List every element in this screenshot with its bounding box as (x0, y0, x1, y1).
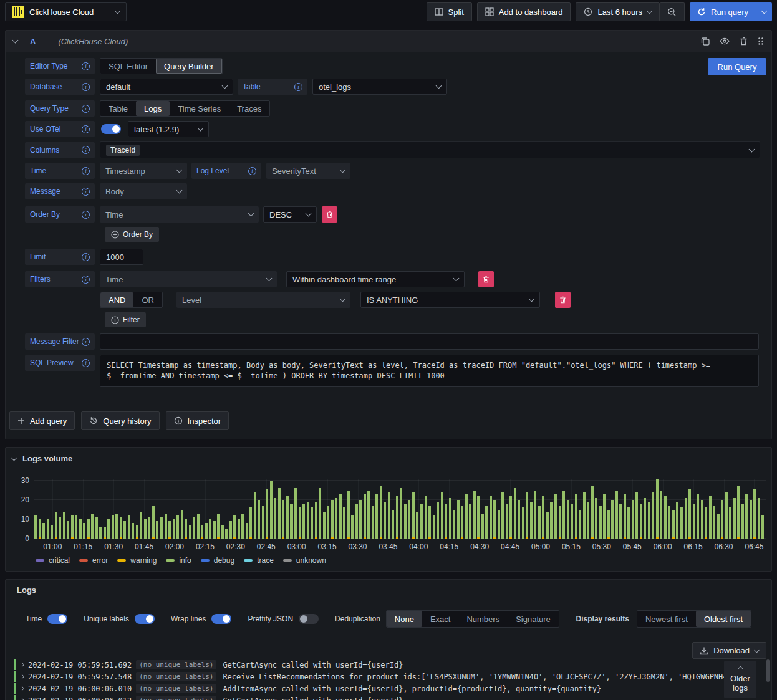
option-time-series[interactable]: Time Series (170, 101, 229, 116)
query-history-button[interactable]: Query history (81, 411, 159, 430)
log-row[interactable]: 2024-02-19 06:00:06.010(no unique labels… (9, 683, 761, 694)
legend-item[interactable]: warning (117, 556, 157, 565)
volume-bar (364, 494, 366, 539)
toggle-visibility-eye-icon[interactable] (720, 37, 730, 45)
legend-item[interactable]: unknown (283, 556, 326, 565)
volume-bar (713, 506, 715, 539)
panel-collapse-icon[interactable] (11, 454, 17, 461)
logs-scrollbar[interactable] (766, 659, 770, 682)
option-traces[interactable]: Traces (229, 101, 269, 116)
download-button[interactable]: Download (692, 642, 766, 659)
option-or[interactable]: OR (133, 292, 162, 307)
otel-version-select[interactable]: latest (1.2.9) (128, 121, 209, 137)
wrap-lines-toggle[interactable] (211, 614, 231, 624)
order-by-field-select[interactable]: Time (100, 206, 259, 223)
legend-item[interactable]: critical (36, 556, 70, 565)
plus-circle-icon (111, 231, 119, 239)
datasource-picker[interactable]: ClickHouse Cloud (5, 2, 127, 21)
collapse-chevron-icon[interactable] (12, 37, 19, 44)
gridline (541, 479, 541, 539)
database-select[interactable]: default (100, 79, 233, 95)
delete-query-trash-icon[interactable] (740, 37, 748, 46)
legend-item[interactable]: debug (201, 556, 234, 565)
log-row[interactable]: 2024-02-19 06:00:06.012(no unique labels… (9, 695, 761, 700)
add-filter-button[interactable]: Filter (105, 312, 146, 327)
volume-bar (493, 500, 496, 539)
add-query-button[interactable]: Add query (9, 411, 75, 430)
option-none[interactable]: None (387, 611, 422, 627)
volume-bar (534, 491, 536, 539)
volume-bar (233, 515, 236, 539)
time-toggle[interactable] (47, 614, 67, 624)
filter-field-select[interactable]: Time (100, 271, 277, 287)
legend-item[interactable]: info (166, 556, 191, 565)
duplicate-query-icon[interactable] (701, 37, 710, 46)
top-toolbar: ClickHouse Cloud Split Add to dashboard … (0, 0, 777, 24)
log-labels-chip: (no unique labels) (136, 660, 216, 669)
remove-filter-button[interactable] (478, 271, 494, 287)
run-query-button[interactable]: Run query (690, 2, 772, 21)
run-query-options-caret[interactable] (756, 2, 772, 21)
volume-bar (652, 492, 654, 539)
zoom-out-button[interactable] (660, 2, 685, 21)
x-tick-label: 02:30 (226, 542, 245, 551)
order-direction-select[interactable]: DESC (263, 206, 317, 223)
filter-level-field-select[interactable]: Level (176, 292, 350, 308)
drag-handle-icon[interactable] (758, 37, 764, 46)
prettify-json-toggle[interactable] (299, 614, 319, 624)
option-query-builder[interactable]: Query Builder (156, 59, 221, 74)
volume-bar (165, 514, 167, 539)
filter-operator-select[interactable]: Within dashboard time range (286, 271, 465, 287)
log-row[interactable]: 2024-02-19 05:59:57.548(no unique labels… (9, 671, 761, 682)
legend-item[interactable]: trace (244, 556, 274, 565)
message-filter-input[interactable] (100, 333, 759, 350)
remove-level-filter-button[interactable] (555, 292, 571, 308)
column-tag-traceid[interactable]: TraceId (106, 145, 140, 156)
log-row[interactable]: 2024-02-19 05:59:51.692(no unique labels… (9, 659, 761, 670)
expand-chevron-icon[interactable] (20, 674, 24, 679)
limit-input[interactable]: 1000 (100, 249, 143, 265)
option-exact[interactable]: Exact (422, 611, 459, 627)
option-newest-first[interactable]: Newest first (637, 611, 696, 627)
run-query-main[interactable]: Run query (690, 2, 756, 21)
time-column-select[interactable]: Timestamp (100, 163, 187, 179)
option-logs[interactable]: Logs (136, 101, 170, 116)
time-range-picker[interactable]: Last 6 hours (576, 2, 660, 21)
logs-volume-header[interactable]: Logs volume (6, 448, 771, 463)
split-button[interactable]: Split (427, 2, 472, 21)
use-otel-toggle[interactable] (101, 124, 121, 134)
editor-run-query-button[interactable]: Run Query (708, 58, 766, 75)
option-sql-editor[interactable]: SQL Editor (100, 59, 156, 74)
unique-labels-toggle[interactable] (135, 614, 155, 624)
add-order-by-button[interactable]: Order By (105, 227, 159, 242)
volume-bar (176, 515, 179, 539)
y-tick-label: 30 (9, 476, 29, 485)
message-column-select[interactable]: Body (100, 183, 187, 199)
x-tick-label: 04:00 (409, 542, 428, 551)
option-numbers[interactable]: Numbers (458, 611, 508, 627)
query-header[interactable]: A (ClickHouse Cloud) (6, 31, 771, 52)
option-signature[interactable]: Signature (508, 611, 559, 627)
legend-item[interactable]: error (79, 556, 108, 565)
filter-level-operator-select[interactable]: IS ANYTHING (360, 292, 540, 308)
volume-bar (676, 502, 678, 539)
add-to-dashboard-button[interactable]: Add to dashboard (477, 2, 571, 21)
log-level-column-select[interactable]: SeverityText (266, 163, 350, 179)
volume-bar (664, 496, 667, 539)
volume-bar (115, 514, 118, 539)
option-and[interactable]: AND (100, 292, 133, 307)
table-select[interactable]: otel_logs (312, 79, 447, 95)
info-icon: i (82, 125, 90, 133)
volume-bar (697, 494, 699, 539)
columns-multiselect[interactable]: TraceId (100, 141, 760, 158)
older-logs-button[interactable]: Older logs (724, 661, 756, 698)
option-oldest-first[interactable]: Oldest first (696, 611, 751, 627)
expand-chevron-icon[interactable] (20, 663, 24, 667)
inspector-button[interactable]: Inspector (166, 411, 229, 430)
remove-order-by-button[interactable] (322, 206, 337, 223)
volume-bar (550, 502, 553, 539)
plus-circle-icon (111, 316, 119, 324)
expand-chevron-icon[interactable] (20, 686, 24, 691)
option-table[interactable]: Table (100, 101, 136, 116)
volume-bar (542, 496, 544, 539)
